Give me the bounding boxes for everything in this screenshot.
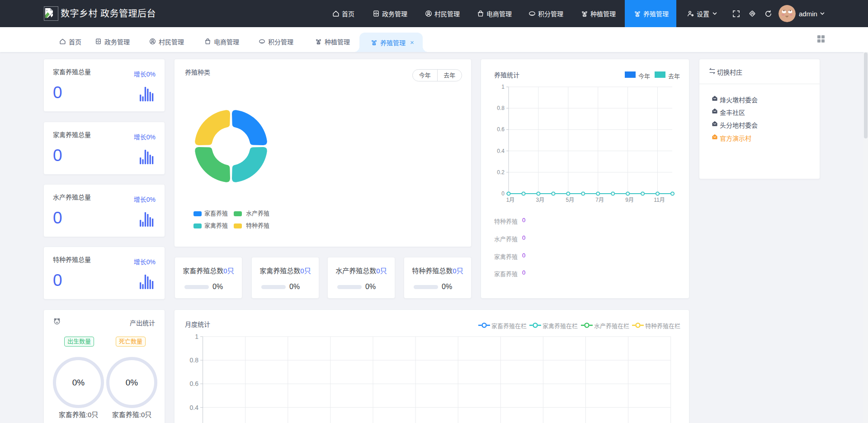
svg-text:5月: 5月 — [566, 197, 574, 203]
svg-text:0.2: 0.2 — [497, 169, 505, 176]
svg-text:0: 0 — [501, 190, 505, 197]
svg-text:7月: 7月 — [595, 197, 604, 203]
svg-text:0.6: 0.6 — [497, 126, 505, 133]
svg-text:0.8: 0.8 — [190, 356, 199, 364]
svg-text:0.4: 0.4 — [190, 404, 199, 411]
svg-text:0.8: 0.8 — [497, 105, 505, 111]
svg-text:1: 1 — [501, 84, 505, 90]
svg-text:0.4: 0.4 — [497, 148, 505, 154]
svg-text:0.6: 0.6 — [190, 380, 199, 387]
svg-text:3月: 3月 — [536, 197, 545, 203]
svg-text:1: 1 — [195, 333, 198, 340]
svg-text:11月: 11月 — [654, 197, 665, 203]
svg-text:9月: 9月 — [625, 197, 634, 203]
svg-text:1月: 1月 — [506, 197, 515, 203]
